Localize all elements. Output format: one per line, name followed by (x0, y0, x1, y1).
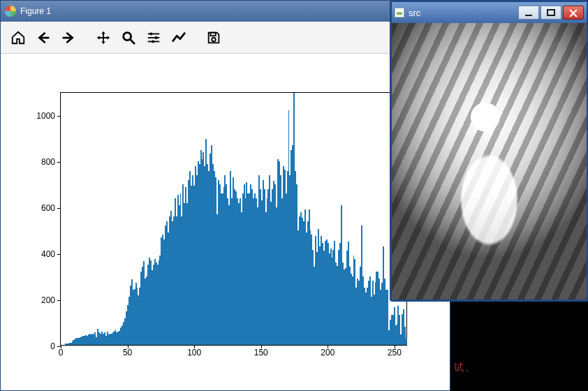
svg-point-7 (155, 36, 158, 38)
sliders-icon (146, 30, 161, 45)
svg-point-9 (152, 40, 154, 43)
edit-axis-button[interactable] (168, 27, 189, 48)
forward-button[interactable] (58, 27, 79, 48)
chart-line-icon (171, 30, 186, 45)
matplotlib-icon (5, 6, 16, 17)
arrow-right-icon (61, 30, 76, 45)
image-file-icon (395, 8, 404, 17)
save-button[interactable] (203, 27, 224, 48)
save-icon (206, 30, 221, 45)
x-tick-label: 150 (254, 348, 268, 357)
back-button[interactable] (33, 27, 54, 48)
x-tick-label: 0 (59, 348, 64, 357)
x-tick-label: 250 (388, 348, 402, 357)
y-tick-label: 200 (26, 295, 55, 305)
figure-toolbar (1, 22, 450, 54)
y-tick-label: 800 (26, 157, 55, 167)
arrow-left-icon (36, 30, 51, 45)
figure-title: Figure 1 (20, 6, 423, 16)
x-tick-label: 100 (187, 348, 201, 357)
x-tick-label: 50 (123, 348, 132, 357)
pan-button[interactable] (93, 27, 114, 48)
y-tick-label: 400 (26, 249, 55, 259)
svg-rect-10 (210, 32, 215, 36)
svg-line-3 (131, 39, 135, 43)
svg-point-11 (212, 38, 216, 42)
svg-point-5 (149, 32, 152, 35)
y-tick-label: 0 (26, 341, 55, 351)
src-close-button[interactable] (563, 6, 584, 20)
y-tick-label: 1000 (26, 111, 55, 121)
src-titlebar[interactable]: src (392, 2, 587, 23)
figure-canvas[interactable]: 02004006008001000 050100150200250 (1, 54, 450, 390)
figure-titlebar[interactable]: Figure 1 (1, 1, 450, 22)
configure-subplots-button[interactable] (143, 27, 164, 48)
x-tick-label: 200 (321, 348, 335, 357)
src-window: src (390, 0, 588, 302)
y-tick-label: 600 (26, 203, 55, 213)
src-maximize-button[interactable] (541, 6, 561, 20)
home-icon (10, 30, 26, 45)
source-image (392, 23, 587, 300)
home-button[interactable] (8, 27, 29, 48)
background-console-text: 试。 (454, 362, 476, 374)
move-icon (96, 30, 111, 45)
zoom-icon (121, 30, 136, 45)
src-title: src (409, 8, 518, 18)
zoom-button[interactable] (118, 27, 139, 48)
plot-area: 02004006008001000 050100150200250 (60, 92, 407, 346)
src-minimize-button[interactable] (518, 6, 539, 20)
figure-window: Figure 1 (0, 0, 450, 391)
